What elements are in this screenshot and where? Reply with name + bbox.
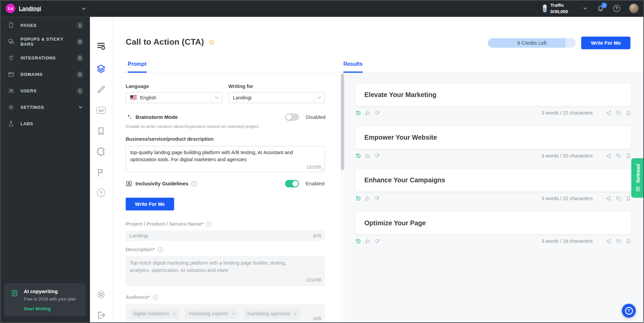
- tab-results[interactable]: Results: [343, 61, 363, 73]
- flask-icon: [8, 121, 14, 127]
- sparkles-icon: [126, 114, 132, 121]
- thumb-up-icon[interactable]: [365, 153, 370, 158]
- bookmark-icon[interactable]: [626, 110, 631, 116]
- share-icon[interactable]: [606, 238, 611, 244]
- bookmark-icon[interactable]: [626, 153, 631, 158]
- history-icon[interactable]: [355, 195, 361, 201]
- thumb-down-icon[interactable]: [374, 195, 380, 201]
- sidebar-item-domains[interactable]: DOMAINS 0: [0, 66, 90, 83]
- history-icon[interactable]: [355, 153, 361, 158]
- help-button[interactable]: ?: [613, 5, 620, 12]
- chip-remove-icon: ×: [173, 311, 176, 316]
- scrollbar-thumb[interactable]: [341, 74, 344, 170]
- chevron-down-icon[interactable]: [81, 6, 87, 11]
- bookmark-icon[interactable]: [96, 126, 106, 136]
- layers-icon[interactable]: [96, 64, 106, 74]
- gear-icon[interactable]: [96, 290, 106, 299]
- notepad-tab[interactable]: Notepad: [631, 158, 644, 197]
- flag-icon[interactable]: [96, 168, 106, 177]
- share-icon[interactable]: [606, 110, 611, 116]
- document-icon: [11, 289, 18, 297]
- result-item: Optimize Your Page 3 words / 18 characte…: [355, 212, 644, 244]
- copy-icon[interactable]: [616, 153, 622, 158]
- info-icon[interactable]: i: [153, 294, 158, 300]
- sidebar-item-settings[interactable]: SETTINGS: [0, 99, 90, 116]
- inclusivity-toggle[interactable]: [285, 180, 299, 187]
- pencil-icon[interactable]: [96, 85, 106, 94]
- help-fab[interactable]: ?: [622, 304, 636, 318]
- result-meta-row: 3 words / 22 characters: [355, 110, 631, 116]
- audience-chip: marketing experts ×: [185, 309, 238, 319]
- logout-icon[interactable]: [96, 310, 106, 320]
- bookmark-icon[interactable]: [626, 238, 631, 244]
- ad-icon[interactable]: Ad: [97, 107, 106, 114]
- count-badge: 1: [76, 21, 84, 29]
- traffic-label: Traffic: [550, 2, 568, 9]
- info-icon[interactable]: i: [191, 181, 197, 186]
- share-icon[interactable]: [606, 195, 611, 201]
- brainstorm-row: Brainstorm Mode Disabled: [126, 113, 340, 121]
- plug-icon: [8, 55, 14, 61]
- result-card[interactable]: Elevate Your Marketing: [355, 83, 631, 106]
- result-card[interactable]: Optimize Your Page: [355, 212, 631, 234]
- language-select[interactable]: English: [126, 92, 222, 103]
- result-meta-row: 3 words / 18 characters: [355, 238, 631, 244]
- share-icon[interactable]: [606, 153, 611, 158]
- writing-for-select[interactable]: Landingi: [228, 92, 325, 103]
- favorite-star-icon[interactable]: [208, 39, 215, 46]
- info-icon[interactable]: i: [158, 247, 163, 252]
- write-for-me-button-header[interactable]: Write For Me: [581, 37, 631, 49]
- char-counter: 8/75: [313, 233, 321, 238]
- notification-badge: 1: [601, 2, 607, 8]
- help-circle-icon[interactable]: ?: [97, 189, 105, 197]
- count-badge: 0: [76, 54, 84, 61]
- info-icon[interactable]: i: [206, 221, 212, 227]
- tab-prompt[interactable]: Prompt: [128, 61, 147, 73]
- account-name[interactable]: Landingi: [19, 5, 41, 11]
- thumb-down-icon[interactable]: [374, 153, 380, 158]
- account-switcher[interactable]: La Landingi: [0, 4, 90, 13]
- app-window: La Landingi Traffic 0/30,000 1 ? PAGES 1…: [0, 0, 644, 323]
- chip-remove-icon: ×: [231, 311, 234, 316]
- ai-writer-icon[interactable]: [96, 41, 106, 51]
- puzzle-icon[interactable]: [96, 147, 106, 156]
- copy-icon[interactable]: [616, 195, 622, 201]
- thumb-down-icon[interactable]: [374, 110, 380, 116]
- result-card[interactable]: Enhance Your Campaigns: [355, 169, 631, 191]
- notifications-button[interactable]: 1: [597, 5, 604, 12]
- result-item: Empower Your Website 3 words / 20 charac…: [355, 126, 644, 159]
- brainstorm-toggle[interactable]: [285, 113, 299, 121]
- audience-chip: digital marketers ×: [129, 309, 179, 319]
- sidebar-item-pages[interactable]: PAGES 1: [0, 17, 90, 33]
- promo-subtitle: Free in 2024 with your plan: [24, 296, 80, 301]
- thumb-down-icon[interactable]: [374, 238, 380, 244]
- inclusivity-state: Enabled: [306, 181, 324, 187]
- sidebar-item-users[interactable]: USERS 1: [0, 83, 90, 99]
- sidebar-item-integrations[interactable]: INTEGRATIONS 0: [0, 50, 90, 66]
- us-flag-icon: [130, 95, 137, 100]
- sidebar-item-label: INTEGRATIONS: [20, 55, 56, 60]
- notepad-icon: [635, 186, 640, 192]
- writing-for-value: Landingi: [233, 95, 252, 100]
- thumb-up-icon[interactable]: [365, 238, 370, 244]
- copy-icon[interactable]: [616, 110, 622, 116]
- thumb-up-icon[interactable]: [365, 110, 370, 116]
- description-label: Description* i: [126, 246, 340, 252]
- sidebar-item-popups[interactable]: POPUPS & STICKY BARS 0: [0, 33, 90, 50]
- chevron-down-icon[interactable]: [582, 6, 588, 11]
- sidebar-item-labs[interactable]: LABS: [0, 116, 90, 132]
- traffic-widget[interactable]: Traffic 0/30,000: [543, 2, 588, 15]
- result-meta-text: 3 words / 18 characters: [541, 238, 593, 244]
- notepad-label: Notepad: [635, 164, 640, 183]
- start-writing-link[interactable]: Start Writing: [24, 306, 80, 311]
- bookmark-icon[interactable]: [626, 195, 631, 201]
- copy-icon[interactable]: [616, 238, 622, 244]
- result-card[interactable]: Empower Your Website: [355, 126, 631, 149]
- avatar[interactable]: [629, 4, 639, 13]
- write-for-me-button[interactable]: Write For Me: [126, 198, 174, 211]
- thumb-up-icon[interactable]: [365, 195, 370, 201]
- history-icon[interactable]: [355, 110, 361, 116]
- business-description-textarea[interactable]: top-quality landing page building platfo…: [126, 146, 325, 172]
- result-title: Optimize Your Page: [364, 219, 426, 227]
- history-icon[interactable]: [355, 238, 361, 244]
